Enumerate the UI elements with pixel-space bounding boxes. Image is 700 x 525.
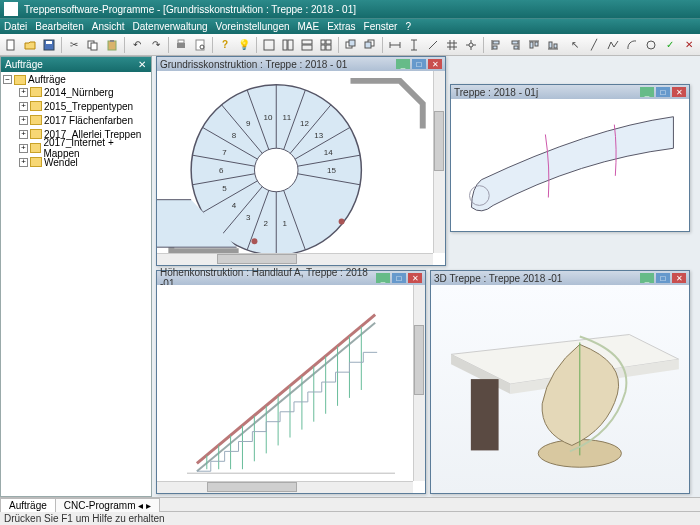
print-preview-icon[interactable] xyxy=(191,36,209,54)
step-number: 9 xyxy=(246,119,250,128)
cut-icon[interactable]: ✂ xyxy=(65,36,83,54)
align-right-icon[interactable] xyxy=(506,36,524,54)
layout-icon-2[interactable] xyxy=(279,36,297,54)
help-icon[interactable]: ? xyxy=(216,36,234,54)
window-max-icon[interactable]: □ xyxy=(412,59,426,69)
align-top-icon[interactable] xyxy=(525,36,543,54)
window-caption[interactable]: Höhenkonstruktion : Handlauf A, Treppe :… xyxy=(157,271,425,285)
bulb-icon[interactable]: 💡 xyxy=(235,36,253,54)
window-caption[interactable]: Treppe : 2018 - 01j _ □ ✕ xyxy=(451,85,689,99)
elevation-canvas[interactable] xyxy=(157,285,425,493)
menu-datenverwaltung[interactable]: Datenverwaltung xyxy=(133,21,208,32)
scrollbar-vertical[interactable] xyxy=(413,285,425,481)
render-canvas[interactable] xyxy=(431,285,689,493)
snap-icon[interactable] xyxy=(462,36,480,54)
tree-item[interactable]: +2015_Treppentypen xyxy=(3,99,149,113)
window-min-icon[interactable]: _ xyxy=(640,273,654,283)
scrollbar-horizontal[interactable] xyxy=(157,253,433,265)
line-tool-icon[interactable]: ╱ xyxy=(585,36,603,54)
window-min-icon[interactable]: _ xyxy=(396,59,410,69)
tab-auftraege[interactable]: Aufträge xyxy=(0,498,56,512)
tree-root[interactable]: − Aufträge xyxy=(3,74,149,85)
menu-ansicht[interactable]: Ansicht xyxy=(92,21,125,32)
menu-fenster[interactable]: Fenster xyxy=(364,21,398,32)
window-close-icon[interactable]: ✕ xyxy=(428,59,442,69)
svg-rect-14 xyxy=(302,40,312,44)
check-icon[interactable]: ✓ xyxy=(661,36,679,54)
open-icon[interactable] xyxy=(21,36,39,54)
expand-icon[interactable]: + xyxy=(19,88,28,97)
window-max-icon[interactable]: □ xyxy=(392,273,406,283)
tree-item[interactable]: +2017_Internet + Mappen xyxy=(3,141,149,155)
expand-icon[interactable]: + xyxy=(19,130,28,139)
redo-icon[interactable]: ↷ xyxy=(147,36,165,54)
menu-datei[interactable]: Datei xyxy=(4,21,27,32)
dim-tool-1-icon[interactable] xyxy=(386,36,404,54)
window-max-icon[interactable]: □ xyxy=(656,273,670,283)
tree-item[interactable]: +2014_Nürnberg xyxy=(3,85,149,99)
svg-rect-2 xyxy=(46,41,52,44)
window-close-icon[interactable]: ✕ xyxy=(672,87,686,97)
align-bottom-icon[interactable] xyxy=(544,36,562,54)
step-number: 8 xyxy=(232,131,236,140)
window-close-icon[interactable]: ✕ xyxy=(408,273,422,283)
order-front-icon[interactable] xyxy=(342,36,360,54)
collapse-icon[interactable]: − xyxy=(3,75,12,84)
save-icon[interactable] xyxy=(40,36,58,54)
menu-voreinstellungen[interactable]: Voreinstellungen xyxy=(216,21,290,32)
grid-icon[interactable] xyxy=(443,36,461,54)
layout-icon-1[interactable] xyxy=(260,36,278,54)
cancel-icon[interactable]: ✕ xyxy=(680,36,698,54)
arc-tool-icon[interactable] xyxy=(623,36,641,54)
window-elevation-view[interactable]: Höhenkonstruktion : Handlauf A, Treppe :… xyxy=(156,270,426,494)
menu-extras[interactable]: Extras xyxy=(327,21,355,32)
window-stringer-view[interactable]: Treppe : 2018 - 01j _ □ ✕ xyxy=(450,84,690,232)
order-back-icon[interactable] xyxy=(361,36,379,54)
svg-rect-36 xyxy=(514,46,518,49)
menu-bar: Datei Bearbeiten Ansicht Datenverwaltung… xyxy=(0,18,700,34)
window-title: 3D Treppe : Treppe 2018 -01 xyxy=(434,273,562,284)
project-tree[interactable]: − Aufträge +2014_Nürnberg +2015_Treppent… xyxy=(1,72,151,496)
step-number: 14 xyxy=(324,148,333,157)
dim-tool-2-icon[interactable] xyxy=(405,36,423,54)
stringer-canvas[interactable] xyxy=(451,99,689,231)
folder-icon xyxy=(30,115,42,125)
expand-icon[interactable]: + xyxy=(19,158,28,167)
expand-icon[interactable]: + xyxy=(19,116,28,125)
new-icon[interactable] xyxy=(2,36,20,54)
align-left-icon[interactable] xyxy=(487,36,505,54)
polyline-tool-icon[interactable] xyxy=(604,36,622,54)
scrollbar-horizontal[interactable] xyxy=(157,481,413,493)
tab-scroll-icon[interactable]: ◂ ▸ xyxy=(135,500,151,511)
window-min-icon[interactable]: _ xyxy=(640,87,654,97)
undo-icon[interactable]: ↶ xyxy=(128,36,146,54)
tab-cnc[interactable]: CNC-Programm ◂ ▸ xyxy=(55,498,160,512)
svg-point-43 xyxy=(647,41,655,49)
copy-icon[interactable] xyxy=(84,36,102,54)
window-plan-view[interactable]: Grundrisskonstruktion : Treppe : 2018 - … xyxy=(156,56,446,266)
scrollbar-vertical[interactable] xyxy=(433,71,445,253)
paste-icon[interactable] xyxy=(103,36,121,54)
expand-icon[interactable]: + xyxy=(19,144,28,153)
folder-icon xyxy=(30,87,42,97)
tree-item[interactable]: +2017 Flächenfarben xyxy=(3,113,149,127)
plan-canvas[interactable]: 123456789101112131415 xyxy=(157,71,445,265)
layout-icon-3[interactable] xyxy=(298,36,316,54)
window-caption[interactable]: Grundrisskonstruktion : Treppe : 2018 - … xyxy=(157,57,445,71)
sidebar-close-icon[interactable]: ✕ xyxy=(137,59,147,69)
circle-tool-icon[interactable] xyxy=(642,36,660,54)
window-min-icon[interactable]: _ xyxy=(376,273,390,283)
layout-icon-4[interactable] xyxy=(317,36,335,54)
svg-rect-6 xyxy=(110,40,114,42)
dim-tool-3-icon[interactable] xyxy=(424,36,442,54)
pointer-icon[interactable]: ↖ xyxy=(566,36,584,54)
window-max-icon[interactable]: □ xyxy=(656,87,670,97)
expand-icon[interactable]: + xyxy=(19,102,28,111)
window-close-icon[interactable]: ✕ xyxy=(672,273,686,283)
print-icon[interactable] xyxy=(172,36,190,54)
menu-mae[interactable]: MAE xyxy=(298,21,320,32)
menu-bearbeiten[interactable]: Bearbeiten xyxy=(35,21,83,32)
menu-help[interactable]: ? xyxy=(405,21,411,32)
window-3d-view[interactable]: 3D Treppe : Treppe 2018 -01 _ □ ✕ xyxy=(430,270,690,494)
window-caption[interactable]: 3D Treppe : Treppe 2018 -01 _ □ ✕ xyxy=(431,271,689,285)
